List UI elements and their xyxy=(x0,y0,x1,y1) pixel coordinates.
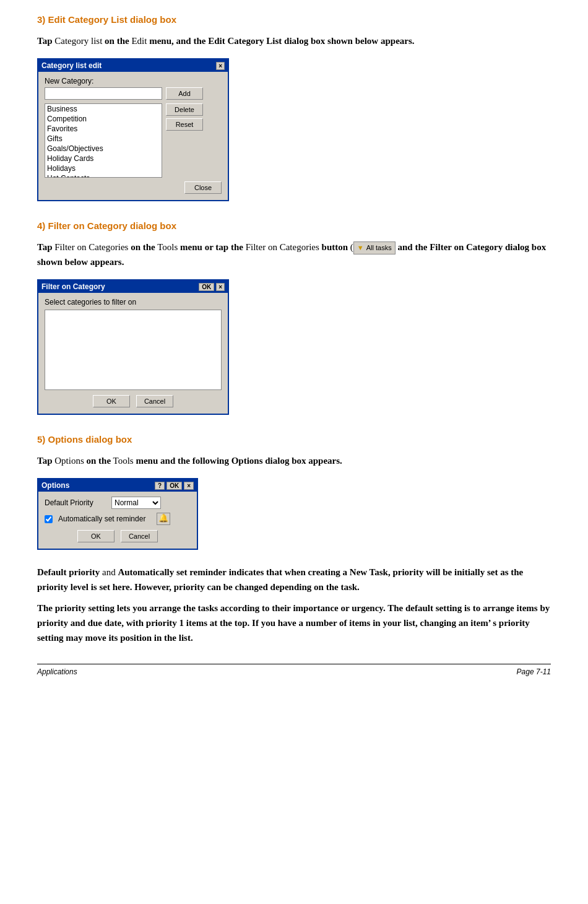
filter-title-close-icon[interactable]: × xyxy=(216,283,225,291)
filter-categories-button[interactable]: ▼All tasks xyxy=(353,241,396,255)
list-item[interactable]: Hot Contacts xyxy=(45,173,162,178)
list-item[interactable]: Favorites xyxy=(45,124,162,134)
options-cancel-button[interactable]: Cancel xyxy=(121,530,158,542)
section-3: 3) Edit Category List dialog box Tap Cat… xyxy=(37,12,551,201)
inline-btn-label: All tasks xyxy=(366,243,392,254)
options-bottom-row: OK Cancel xyxy=(45,530,191,542)
category-list-row: Business Competition Favorites Gifts Goa… xyxy=(45,103,222,178)
section-4-bold2: on the xyxy=(131,242,155,252)
section-4-para: Tap Filter on Categories on the Tools me… xyxy=(37,240,551,269)
options-title-ok-button[interactable]: OK xyxy=(166,482,182,490)
options-reminder-row: Automatically set reminder 🔔 xyxy=(45,513,191,525)
options-dialog-wrapper: Options ? OK × Default Priority Normal H… xyxy=(37,478,551,550)
section-5: 5) Options dialog box Tap Options on the… xyxy=(37,432,551,645)
list-item[interactable]: Goals/Objectives xyxy=(45,144,162,154)
filter-title-text: Filter on Category xyxy=(41,282,105,291)
options-priority-select[interactable]: Normal High Low xyxy=(111,497,161,509)
options-title-close-icon[interactable]: × xyxy=(184,482,194,490)
filter-icon: ▼ xyxy=(357,243,364,254)
section-5-bold1: Tap xyxy=(37,456,52,466)
list-item[interactable]: Gifts xyxy=(45,134,162,144)
options-reminder-label: Automatically set reminder xyxy=(58,515,145,523)
section-3-para: Tap Category list on the Edit menu, and … xyxy=(37,33,551,48)
filter-bottom-row: OK Cancel xyxy=(45,395,222,407)
new-category-input[interactable] xyxy=(45,87,162,100)
section-4-bold3: menu or tap the xyxy=(180,242,243,252)
filter-ok-button[interactable]: OK xyxy=(93,395,130,407)
section-3-text2: Edit xyxy=(131,36,149,46)
reminder-bell-icon[interactable]: 🔔 xyxy=(157,513,170,525)
options-title-bar: Options ? OK × xyxy=(38,479,197,492)
section-5-para1: Tap Options on the Tools menu and the fo… xyxy=(37,453,551,468)
options-ok-button[interactable]: OK xyxy=(77,530,115,542)
options-priority-label: Default Priority xyxy=(45,498,106,507)
section-5-para3: The priority setting lets you arrange th… xyxy=(37,601,551,645)
section-3-bold1: Tap xyxy=(37,36,52,46)
category-list-body: New Category: Add Business Competition F… xyxy=(38,72,228,200)
options-title-text: Options xyxy=(41,481,69,490)
section-4-text2: Tools xyxy=(157,242,180,252)
filter-label: Select categories to filter on xyxy=(45,298,222,306)
filter-cancel-button[interactable]: Cancel xyxy=(136,395,173,407)
options-dialog: Options ? OK × Default Priority Normal H… xyxy=(37,478,198,550)
new-category-row: Add xyxy=(45,87,222,100)
page-footer: Applications Page 7-11 xyxy=(37,664,551,676)
section-5-bold2: on the xyxy=(87,456,111,466)
category-list-close-icon[interactable]: × xyxy=(216,62,225,70)
section-4-text1: Filter on Categories xyxy=(54,242,131,252)
section-4: 4) Filter on Category dialog box Tap Fil… xyxy=(37,219,551,415)
section-5-and: and xyxy=(102,567,118,577)
filter-listbox[interactable] xyxy=(45,310,222,390)
options-priority-row: Default Priority Normal High Low xyxy=(45,497,191,509)
add-button[interactable]: Add xyxy=(166,87,203,100)
section-4-text3: Filter on Categories xyxy=(246,242,322,252)
filter-title-ok-button[interactable]: OK xyxy=(199,283,214,291)
category-list-title-text: Category list edit xyxy=(41,61,102,70)
section-3-heading: 3) Edit Category List dialog box xyxy=(37,12,551,27)
reset-button[interactable]: Reset xyxy=(166,118,203,131)
list-item[interactable]: Competition xyxy=(45,114,162,124)
section-5-heading: 5) Options dialog box xyxy=(37,432,551,447)
filter-body: Select categories to filter on OK Cancel xyxy=(38,293,228,414)
section-3-bold2: on the xyxy=(105,36,129,46)
list-item[interactable]: Holidays xyxy=(45,163,162,173)
section-5-para3-text: The priority setting lets you arrange th… xyxy=(37,603,550,643)
category-listbox[interactable]: Business Competition Favorites Gifts Goa… xyxy=(45,103,162,178)
options-title-buttons: ? OK × xyxy=(155,482,194,490)
section-5-text1: Options xyxy=(54,456,86,466)
filter-title-bar: Filter on Category OK × xyxy=(38,280,228,293)
category-list-bottom-row: Close xyxy=(45,181,222,194)
section-5-text2: Tools xyxy=(113,456,136,466)
list-item[interactable]: Holiday Cards xyxy=(45,154,162,163)
section-4-heading: 4) Filter on Category dialog box xyxy=(37,219,551,233)
options-body: Default Priority Normal High Low Automat… xyxy=(38,492,197,549)
section-5-bold5: Automatically set reminder xyxy=(118,567,227,577)
new-category-label: New Category: xyxy=(45,77,222,85)
footer-left: Applications xyxy=(37,667,77,676)
close-button[interactable]: Close xyxy=(184,181,222,194)
section-4-bold1: Tap xyxy=(37,242,52,252)
section-3-bold3: menu, and the Edit Category List dialog … xyxy=(149,36,414,46)
footer-right: Page 7-11 xyxy=(517,667,551,676)
section-5-bold3: menu and the following Options dialog bo… xyxy=(136,456,342,466)
delete-button[interactable]: Delete xyxy=(166,103,203,116)
section-5-para2: Default priority and Automatically set r… xyxy=(37,565,551,594)
section-5-bold4: Default priority xyxy=(37,567,100,577)
category-list-edit-dialog: Category list edit × New Category: Add B… xyxy=(37,58,229,201)
category-btn-col: Delete Reset xyxy=(166,103,203,131)
filter-category-dialog-wrapper: Filter on Category OK × Select categorie… xyxy=(37,279,551,415)
section-4-bold4: button xyxy=(322,242,348,252)
list-item[interactable]: Business xyxy=(45,104,162,114)
section-3-text1: Category list xyxy=(54,36,105,46)
category-list-title-bar: Category list edit × xyxy=(38,59,228,72)
category-list-dialog-wrapper: Category list edit × New Category: Add B… xyxy=(37,58,551,201)
reminder-checkbox[interactable] xyxy=(45,515,53,523)
options-help-button[interactable]: ? xyxy=(155,482,165,490)
filter-title-buttons: OK × xyxy=(199,283,225,291)
filter-on-category-dialog: Filter on Category OK × Select categorie… xyxy=(37,279,229,415)
